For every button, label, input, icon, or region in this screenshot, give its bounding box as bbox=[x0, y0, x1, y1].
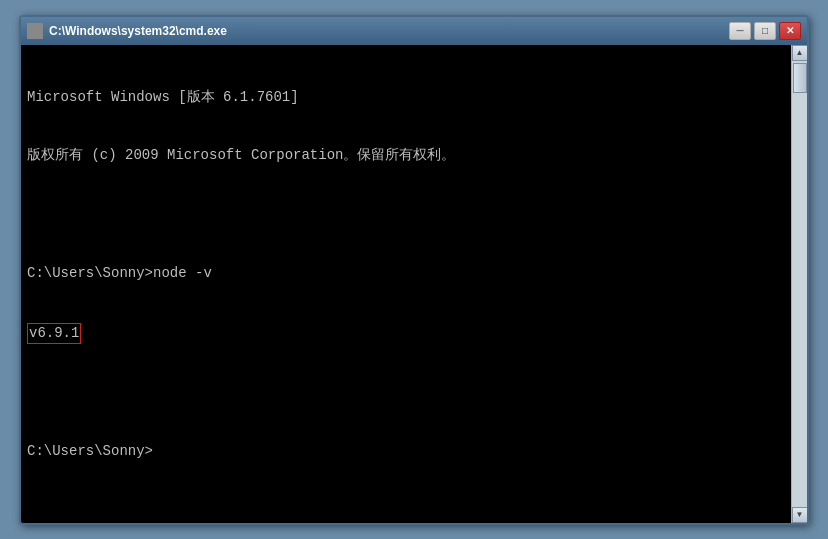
minimize-button[interactable]: ─ bbox=[729, 22, 751, 40]
maximize-button[interactable]: □ bbox=[754, 22, 776, 40]
version-highlight: v6.9.1 bbox=[27, 323, 81, 345]
window-title: C:\Windows\system32\cmd.exe bbox=[49, 24, 227, 38]
terminal-output[interactable]: Microsoft Windows [版本 6.1.7601] 版权所有 (c)… bbox=[21, 45, 791, 523]
close-button[interactable]: ✕ bbox=[779, 22, 801, 40]
terminal-line-5: v6.9.1 bbox=[27, 323, 785, 345]
svg-rect-1 bbox=[36, 26, 40, 30]
terminal-line-1: Microsoft Windows [版本 6.1.7601] bbox=[27, 88, 785, 108]
svg-rect-2 bbox=[30, 32, 34, 36]
title-bar-left: C:\Windows\system32\cmd.exe bbox=[27, 23, 227, 39]
window-controls: ─ □ ✕ bbox=[729, 22, 801, 40]
terminal-line-3 bbox=[27, 205, 785, 225]
terminal-line-2: 版权所有 (c) 2009 Microsoft Corporation。保留所有… bbox=[27, 146, 785, 166]
terminal-line-7: C:\Users\Sonny> bbox=[27, 442, 785, 462]
scroll-track[interactable] bbox=[792, 61, 807, 507]
svg-rect-0 bbox=[30, 26, 34, 30]
terminal-line-4: C:\Users\Sonny>node -v bbox=[27, 264, 785, 284]
window-icon bbox=[27, 23, 43, 39]
scrollbar[interactable]: ▲ ▼ bbox=[791, 45, 807, 523]
scroll-thumb[interactable] bbox=[793, 63, 807, 93]
window-body: Microsoft Windows [版本 6.1.7601] 版权所有 (c)… bbox=[21, 45, 807, 523]
scroll-up-button[interactable]: ▲ bbox=[792, 45, 808, 61]
svg-rect-3 bbox=[36, 32, 40, 36]
terminal-line-6 bbox=[27, 384, 785, 404]
title-bar: C:\Windows\system32\cmd.exe ─ □ ✕ bbox=[21, 17, 807, 45]
scroll-down-button[interactable]: ▼ bbox=[792, 507, 808, 523]
cmd-window: C:\Windows\system32\cmd.exe ─ □ ✕ Micros… bbox=[19, 15, 809, 525]
